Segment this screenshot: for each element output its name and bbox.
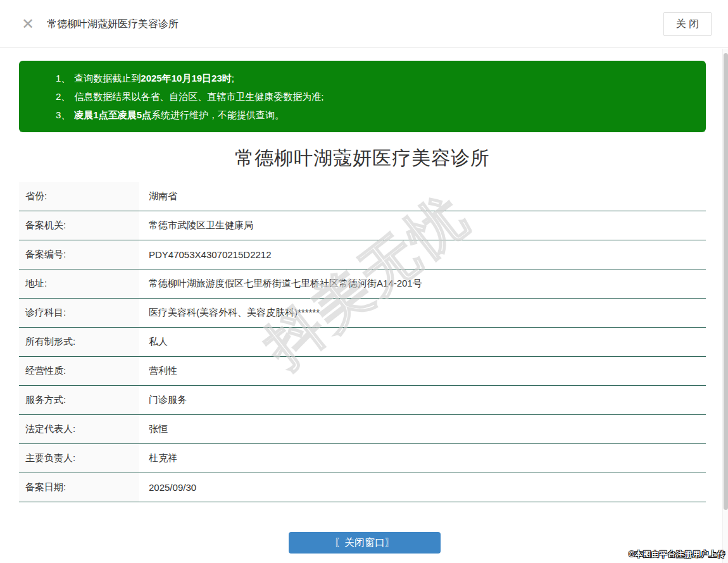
notice-line: 3、凌晨1点至凌晨5点系统进行维护，不能提供查询。 — [56, 106, 693, 124]
table-row: 法定代表人:张恒 — [19, 415, 706, 444]
detail-table: 省份:湖南省备案机关:常德市武陵区卫生健康局备案编号:PDY47053X4307… — [19, 182, 706, 502]
registration-popup: ✕ 常德柳叶湖蔻妍医疗美容诊所 关 闭 1、查询数据截止到2025年10月19日… — [0, 0, 728, 563]
row-value: 私人 — [139, 328, 706, 356]
notice-line-number: 2、 — [56, 91, 70, 102]
row-label: 所有制形式: — [19, 328, 139, 356]
row-label: 诊疗科目: — [19, 299, 139, 327]
table-row: 备案日期:2025/09/30 — [19, 473, 706, 502]
header: ✕ 常德柳叶湖蔻妍医疗美容诊所 关 闭 — [0, 0, 728, 48]
close-button[interactable]: 关 闭 — [663, 12, 712, 36]
row-value: 医疗美容科(美容外科、美容皮肤科)****** — [139, 299, 706, 327]
notice-line: 1、查询数据截止到2025年10月19日23时; — [56, 69, 693, 87]
notice-line-number: 3、 — [56, 109, 70, 120]
row-label: 经营性质: — [19, 357, 139, 385]
scrollbar-thumb[interactable] — [724, 53, 728, 510]
row-value: 常德柳叶湖旅游度假区七里桥街道七里桥社区常德河街A14-201号 — [139, 269, 706, 298]
row-label: 备案机关: — [19, 211, 139, 240]
record-title: 常德柳叶湖蔻妍医疗美容诊所 — [19, 145, 706, 171]
notice-segment: 查询数据截止到 — [74, 73, 141, 84]
row-value: 湖南省 — [139, 182, 706, 211]
table-row: 诊疗科目:医疗美容科(美容外科、美容皮肤科)****** — [19, 299, 706, 328]
row-value: 门诊服务 — [139, 386, 706, 414]
row-label: 法定代表人: — [19, 415, 139, 443]
table-row: 所有制形式:私人 — [19, 328, 706, 357]
notice-box: 1、查询数据截止到2025年10月19日23时;2、信息数据结果以各省、自治区、… — [19, 61, 706, 132]
row-value: 营利性 — [139, 357, 706, 385]
row-label: 省份: — [19, 182, 139, 211]
close-icon[interactable]: ✕ — [22, 15, 34, 33]
notice-segment: 信息数据结果以各省、自治区、直辖市卫生健康委数据为准; — [74, 91, 323, 102]
row-value: 常德市武陵区卫生健康局 — [139, 211, 706, 240]
close-window-button[interactable]: 〖关闭窗口〗 — [289, 532, 441, 554]
copyright-note: ©本图由平台注册用户上传 — [629, 549, 725, 560]
row-label: 地址: — [19, 269, 139, 298]
row-value: PDY47053X43070215D2212 — [139, 240, 706, 269]
row-label: 主要负责人: — [19, 444, 139, 473]
table-row: 省份:湖南省 — [19, 182, 706, 211]
window-title: 常德柳叶湖蔻妍医疗美容诊所 — [47, 18, 179, 31]
row-label: 服务方式: — [19, 386, 139, 414]
scrollbar-track[interactable] — [722, 49, 728, 563]
notice-segment: 系统进行维护，不能提供查询。 — [151, 109, 284, 120]
notice-segment: 2025年10月19日23时 — [141, 73, 231, 84]
table-row: 经营性质:营利性 — [19, 357, 706, 386]
notice-segment: ; — [232, 73, 234, 84]
row-value: 杜克祥 — [139, 444, 706, 473]
table-row: 服务方式:门诊服务 — [19, 386, 706, 415]
table-row: 备案机关:常德市武陵区卫生健康局 — [19, 211, 706, 240]
row-value: 张恒 — [139, 415, 706, 443]
row-value: 2025/09/30 — [139, 473, 706, 502]
row-label: 备案日期: — [19, 473, 139, 502]
table-row: 备案编号:PDY47053X43070215D2212 — [19, 240, 706, 269]
notice-line: 2、信息数据结果以各省、自治区、直辖市卫生健康委数据为准; — [56, 87, 693, 106]
notice-segment: 凌晨1点至凌晨5点 — [74, 109, 151, 120]
table-row: 主要负责人:杜克祥 — [19, 444, 706, 473]
notice-line-number: 1、 — [56, 73, 70, 84]
row-label: 备案编号: — [19, 240, 139, 269]
table-row: 地址:常德柳叶湖旅游度假区七里桥街道七里桥社区常德河街A14-201号 — [19, 269, 706, 299]
